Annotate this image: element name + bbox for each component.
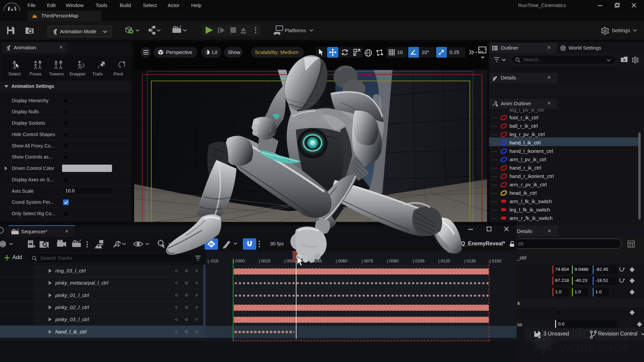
svg-text:hand_r_ik_ctrl: hand_r_ik_ctrl <box>509 165 541 171</box>
svg-text:arm_l_fk_ik_switch: arm_l_fk_ik_switch <box>509 198 552 204</box>
svg-text:ball_r_ik_ctrl: ball_r_ik_ctrl <box>509 123 538 129</box>
svg-text:pinky_01_l_ctrl: pinky_01_l_ctrl <box>55 292 89 298</box>
svg-text:foot_r_ik_ctrl: foot_r_ik_ctrl <box>509 115 538 120</box>
svg-text:hand_l_ik_ctrl: hand_l_ik_ctrl <box>55 329 87 335</box>
svg-text:hand_r_ikorient_ctrl: hand_r_ikorient_ctrl <box>509 173 554 179</box>
svg-text:hand_l_ikorient_ctrl: hand_l_ikorient_ctrl <box>509 148 553 154</box>
svg-text:head_ik_ctrl: head_ik_ctrl <box>509 190 537 196</box>
svg-text:pinky_02_l_ctrl: pinky_02_l_ctrl <box>55 304 89 310</box>
svg-text:leg_r_pv_ik_ctrl: leg_r_pv_ik_ctrl <box>509 131 545 137</box>
svg-text:arm_r_fk_ik_switch: arm_r_fk_ik_switch <box>509 215 552 221</box>
svg-text:arm_r_pv_ik_ctrl: arm_r_pv_ik_ctrl <box>509 182 547 187</box>
svg-text:leg_l_fk_ik_switch: leg_l_fk_ik_switch <box>509 207 550 213</box>
svg-text:arm_l_pv_ik_ctrl: arm_l_pv_ik_ctrl <box>509 157 546 162</box>
svg-text:leg_l_pv_ik_ctrl: leg_l_pv_ik_ctrl <box>509 109 544 113</box>
svg-text:ring_03_l_ctrl: ring_03_l_ctrl <box>55 268 86 274</box>
svg-text:pinky_metacarpal_l_ctrl: pinky_metacarpal_l_ctrl <box>55 280 108 286</box>
svg-text:pinky_03_l_ctrl: pinky_03_l_ctrl <box>55 316 89 322</box>
svg-text:hand_l_ik_ctrl: hand_l_ik_ctrl <box>509 140 541 145</box>
